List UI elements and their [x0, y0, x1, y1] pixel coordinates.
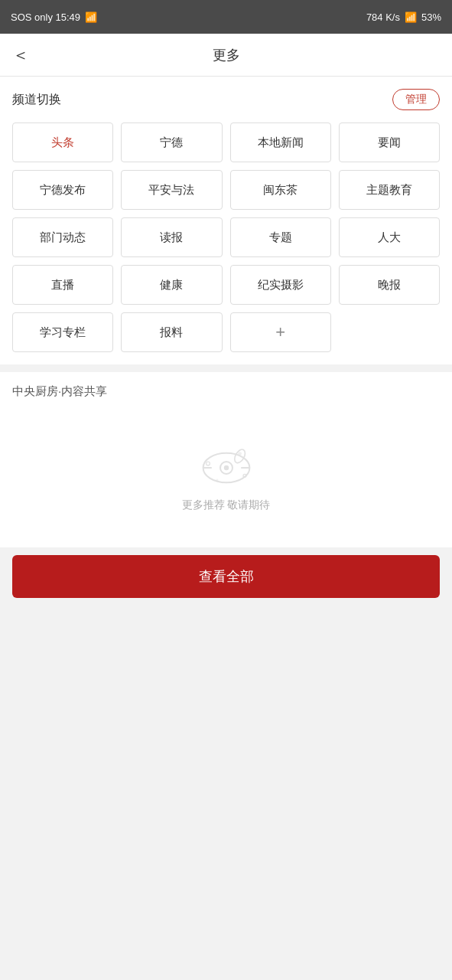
channel-item-dubao[interactable]: 读报	[121, 217, 222, 257]
svg-point-9	[216, 479, 218, 481]
channel-item-ningde-fabu[interactable]: 宁德发布	[12, 170, 113, 210]
view-all-button[interactable]: 查看全部	[12, 555, 440, 598]
back-button[interactable]: ＜	[12, 44, 29, 67]
main-content: 频道切换 管理 头条宁德本地新闻要闻宁德发布平安与法闽东茶主题教育部门动态读报专…	[0, 77, 452, 980]
status-right: 784 K/s 📶 53%	[366, 11, 441, 23]
channel-item-yaowen[interactable]: 要闻	[339, 122, 440, 162]
channel-item-ningde[interactable]: 宁德	[121, 122, 222, 162]
channel-item-zhibo[interactable]: 直播	[12, 265, 113, 305]
channel-item-add[interactable]: +	[230, 312, 331, 352]
status-wifi-icon: 📶	[405, 11, 417, 23]
page-title: 更多	[213, 46, 240, 64]
svg-point-6	[238, 452, 242, 456]
channel-item-ping-an[interactable]: 平安与法	[121, 170, 222, 210]
status-network-speed: 784 K/s	[366, 11, 400, 23]
channel-grid: 头条宁德本地新闻要闻宁德发布平安与法闽东茶主题教育部门动态读报专题人大直播健康纪…	[12, 122, 440, 352]
channel-item-photo[interactable]: 纪实摄影	[230, 265, 331, 305]
svg-point-2	[223, 466, 228, 470]
back-icon: ＜	[12, 44, 29, 67]
channel-item-health[interactable]: 健康	[121, 265, 222, 305]
view-all-section: 查看全部	[0, 555, 452, 610]
channel-item-wanbao[interactable]: 晚报	[339, 265, 440, 305]
channel-item-renda[interactable]: 人大	[339, 217, 440, 257]
channel-section: 频道切换 管理 头条宁德本地新闻要闻宁德发布平安与法闽东茶主题教育部门动态读报专…	[0, 77, 452, 364]
channel-item-dept-news[interactable]: 部门动态	[12, 217, 113, 257]
channel-item-baoliao[interactable]: 报料	[121, 312, 222, 352]
channel-item-zhuanti[interactable]: 专题	[230, 217, 331, 257]
channel-item-local-news[interactable]: 本地新闻	[230, 122, 331, 162]
bottom-spacer	[0, 610, 452, 980]
status-left: SOS only 15:49 📶	[11, 11, 97, 23]
status-icon-sim: 📶	[85, 11, 97, 23]
channel-item-toutiao[interactable]: 头条	[12, 122, 113, 162]
status-sos-time: SOS only 15:49	[11, 11, 80, 23]
status-battery: 53%	[421, 11, 441, 23]
placeholder-text: 更多推荐 敬请期待	[182, 498, 271, 512]
status-bar: SOS only 15:49 📶 784 K/s 📶 53%	[0, 0, 452, 34]
manage-button[interactable]: 管理	[392, 89, 440, 110]
kitchen-section: 中央厨房·内容共享 更多推荐 敬请期待	[0, 372, 452, 547]
channel-header: 频道切换 管理	[12, 89, 440, 110]
nav-bar: ＜ 更多	[0, 34, 452, 77]
channel-item-study[interactable]: 学习专栏	[12, 312, 113, 352]
kitchen-placeholder: 更多推荐 敬请期待	[12, 430, 440, 535]
kitchen-title: 中央厨房·内容共享	[12, 384, 440, 399]
channel-title: 频道切换	[12, 92, 61, 108]
rocket-icon	[196, 445, 257, 491]
channel-item-mindong-tea[interactable]: 闽东茶	[230, 170, 331, 210]
channel-item-theme-edu[interactable]: 主题教育	[339, 170, 440, 210]
svg-point-7	[206, 462, 210, 466]
